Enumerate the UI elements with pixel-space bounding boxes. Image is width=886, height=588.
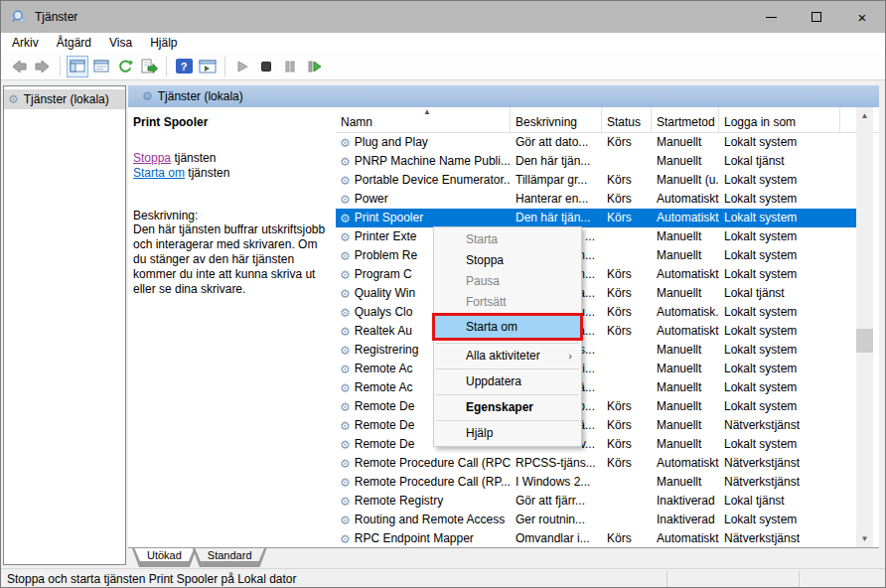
refresh-icon[interactable] <box>114 56 136 77</box>
service-status: Körs <box>602 416 652 435</box>
column-header-startmetod[interactable]: Startmetod <box>652 107 719 133</box>
service-gear-icon: ⚙ <box>340 458 351 470</box>
table-row[interactable]: ⚙Remote Procedure Call (RP...I Windows 2… <box>336 473 857 492</box>
table-row[interactable]: ⚙PNRP Machine Name Publi...Den här tjän.… <box>336 152 857 171</box>
stop-service-icon[interactable] <box>255 56 277 77</box>
menu-separator <box>436 368 579 369</box>
properties-icon[interactable] <box>90 56 112 77</box>
scroll-up-icon[interactable]: ▲ <box>856 107 873 124</box>
service-startup-type: Manuellt <box>652 360 719 378</box>
tab-standard[interactable]: Standard <box>193 548 267 567</box>
services-app-icon <box>11 9 27 25</box>
service-startup-type: Manuellt <box>652 246 719 265</box>
menu-arkiv[interactable]: Arkiv <box>3 34 48 52</box>
view-tabs: Utökad Standard <box>128 547 879 567</box>
table-row[interactable]: ⚙Remote Acä...ManuelltLokalt system <box>336 378 857 397</box>
toolbar-separator <box>60 57 61 76</box>
service-name: Remote Procedure Call (RPC) <box>355 454 511 473</box>
table-row[interactable]: ⚙Routing and Remote AccessGer routnin...… <box>336 511 857 529</box>
table-row[interactable]: ⚙Remote Dev...KörsManuelltLokalt system <box>336 435 857 454</box>
menu-visa[interactable]: Visa <box>100 34 141 52</box>
menu-atgard[interactable]: Åtgärd <box>48 34 100 52</box>
service-startup-type: Automatiskt <box>652 209 719 227</box>
table-row[interactable]: ⚙Remote Deä...KörsManuelltNätverkstjänst <box>336 416 857 435</box>
scrollbar-thumb[interactable] <box>856 329 873 353</box>
column-header-logga-in-som[interactable]: Logga in som <box>719 107 840 133</box>
service-status: Körs <box>602 322 652 341</box>
service-gear-icon: ⚙ <box>340 137 351 149</box>
service-startup-type: Manuellt <box>652 133 719 152</box>
table-row[interactable]: ⚙Plug and PlayGör att dato...KörsManuell… <box>336 133 857 152</box>
export-list-icon[interactable] <box>138 56 160 77</box>
service-status: Körs <box>602 284 652 303</box>
service-gear-icon: ⚙ <box>340 231 351 243</box>
close-button[interactable]: × <box>839 1 885 33</box>
service-startup-type: Manuellt <box>652 378 719 397</box>
service-startup-type: Manuellt <box>652 341 719 360</box>
service-logon-as: Nätverkstjänst <box>719 529 840 547</box>
service-status <box>602 378 652 397</box>
service-name: Remote De <box>355 397 415 416</box>
service-name: Remote Ac <box>355 378 413 397</box>
service-logon-as: Lokalt system <box>719 511 840 529</box>
vertical-scrollbar[interactable]: ▲ ▼ <box>856 107 873 547</box>
menu-hjalp[interactable]: Hjälp <box>141 34 186 52</box>
service-name: Printer Exte <box>355 227 417 246</box>
service-name: Program C <box>355 265 412 284</box>
tree-item-services-local[interactable]: ⚙ Tjänster (lokala) <box>4 89 125 109</box>
table-row[interactable]: ⚙Printer Extee ...ManuelltLokalt system <box>336 227 857 246</box>
table-row[interactable]: ⚙Qualys Clou...KörsAutomatisk...Lokalt s… <box>336 303 857 322</box>
service-name: PNRP Machine Name Publi... <box>355 152 511 171</box>
scroll-down-icon[interactable]: ▼ <box>856 530 873 547</box>
service-startup-type: Manuellt <box>652 397 719 416</box>
service-status: Körs <box>602 303 652 322</box>
menu-separator <box>436 343 579 344</box>
service-startup-type: Automatiskt <box>652 190 719 209</box>
service-name: Plug and Play <box>355 133 428 152</box>
table-row[interactable]: ⚙Problem Ren...ManuelltLokalt system <box>336 246 857 265</box>
table-row[interactable]: ⚙Remote Procedure Call (RPC)RPCSS-tjäns.… <box>336 454 857 473</box>
service-status <box>602 152 652 171</box>
context-menu-item-alla-aktiviteter[interactable]: Alla aktiviteter› <box>434 346 581 367</box>
column-header-status[interactable]: Status <box>602 107 652 133</box>
show-console-tree-icon[interactable] <box>67 56 88 77</box>
table-row[interactable]: ⚙Remote RegistryGör att fjärr...Inaktive… <box>336 492 857 511</box>
restart-service-icon[interactable] <box>303 56 325 77</box>
service-gear-icon: ⚙ <box>340 496 351 508</box>
table-row[interactable]: ⚙Registrerings...ManuelltLokalt system <box>336 341 857 360</box>
service-description: Tillämpar gr... <box>511 171 602 190</box>
service-gear-icon: ⚙ <box>340 514 351 526</box>
service-startup-type: Automatiskt <box>652 322 719 341</box>
column-header-beskrivning[interactable]: Beskrivning <box>511 107 602 133</box>
minimize-button[interactable] <box>748 1 794 33</box>
stop-service-link[interactable]: Stoppa <box>133 151 171 165</box>
context-menu-item-uppdatera[interactable]: Uppdatera <box>434 371 581 392</box>
table-row[interactable]: ⚙Portable Device Enumerator...Tillämpar … <box>336 171 857 190</box>
service-logon-as: Lokal tjänst <box>719 284 840 303</box>
table-row[interactable]: ⚙Print SpoolerDen här tjän...KörsAutomat… <box>336 209 857 227</box>
column-header-namn[interactable]: ▲ Namn <box>336 107 511 133</box>
service-description: RPCSS-tjäns... <box>511 454 602 473</box>
table-row[interactable]: ⚙Quality Wina...KörsManuelltLokal tjänst <box>336 284 857 303</box>
forward-icon[interactable] <box>32 56 54 77</box>
help-icon[interactable]: ? <box>173 56 195 77</box>
table-row[interactable]: ⚙Remote Deo...KörsManuelltLokalt system <box>336 397 857 416</box>
maximize-button[interactable] <box>794 1 839 33</box>
table-row[interactable]: ⚙PowerHanterar en...KörsAutomatisktLokal… <box>336 190 857 209</box>
start-service-icon[interactable] <box>231 56 253 77</box>
table-row[interactable]: ⚙Program Cn...KörsAutomatisktLokalt syst… <box>336 265 857 284</box>
context-menu-item-hj-lp[interactable]: Hjälp <box>434 423 581 444</box>
service-startup-type: Automatiskt <box>652 265 719 284</box>
table-row[interactable]: ⚙RPC Endpoint MapperOmvandlar i...KörsAu… <box>336 529 857 547</box>
table-row[interactable]: ⚙Realtek Aua...KörsAutomatisktLokalt sys… <box>336 322 857 341</box>
context-menu-item-starta-om[interactable]: Starta om <box>432 313 583 341</box>
pause-service-icon[interactable] <box>279 56 301 77</box>
context-menu-item-stoppa[interactable]: Stoppa <box>434 250 581 271</box>
back-icon[interactable] <box>8 56 30 77</box>
tab-utokad[interactable]: Utökad <box>132 548 197 567</box>
service-gear-icon: ⚙ <box>340 307 351 319</box>
show-action-pane-icon[interactable] <box>197 56 219 77</box>
context-menu-item-egenskaper[interactable]: Egenskaper <box>434 397 581 418</box>
restart-service-link[interactable]: Starta om <box>133 166 185 180</box>
table-row[interactable]: ⚙Remote Aci...ManuelltLokalt system <box>336 360 857 378</box>
